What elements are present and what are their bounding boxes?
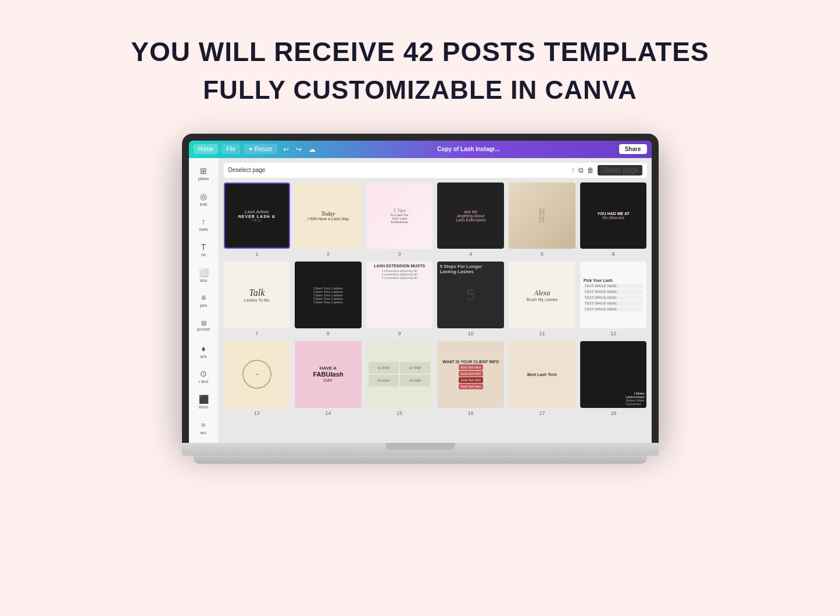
canva-content-area[interactable]: Deselect page ↑ ⧉ 🗑 Delete page	[219, 158, 652, 443]
card7-text2: Lashes To Me	[244, 298, 269, 302]
template-num-10: 10	[468, 331, 474, 336]
template-card-13[interactable]: ✦	[224, 341, 291, 408]
template-card-16[interactable]: WHAT IS YOUR CLIENT INFO Extra Text Here…	[437, 341, 504, 408]
styles-icon: ≡	[201, 293, 206, 302]
canva-home-btn[interactable]: Home	[194, 144, 219, 154]
uploads-label: oads	[199, 227, 208, 231]
template-card-6[interactable]: YOU HAD ME AT No Mascara	[580, 182, 647, 249]
template-item-12[interactable]: Pick Your Lash TEXT SPACE HERE TEXT SPAC…	[580, 262, 647, 336]
card1-text2: NEVER LASH &	[238, 214, 276, 219]
template-num-15: 15	[396, 410, 402, 416]
template-card-11[interactable]: Alexa Brush My Lashes	[509, 262, 576, 328]
template-item-1[interactable]: Lash Artists NEVER LASH & TELL 1	[224, 182, 291, 257]
charts-label: arts	[200, 354, 207, 359]
template-item-18[interactable]: I MakeLashcontact Before I MakeEyecontac…	[580, 341, 647, 416]
background-icon: ▤	[201, 320, 206, 326]
canva-interface: Home File ✦ Resize ↩ ↪ ☁ Copy of Lash In…	[189, 141, 652, 443]
deselect-label[interactable]: Deselect page	[228, 167, 266, 173]
styles-label: yles	[200, 303, 207, 307]
sidebar-icon-charts[interactable]: ♦ arts	[192, 340, 215, 362]
trash-icon[interactable]: 🗑	[587, 166, 594, 174]
card13-circle: ✦	[242, 360, 271, 389]
template-item-3[interactable]: 3 Tips To Care ForYour LashExtensions 3	[366, 182, 433, 257]
template-card-3[interactable]: 3 Tips To Care ForYour LashExtensions	[366, 182, 433, 249]
card16-btn3: Extra Text Here	[459, 377, 483, 383]
sidebar-icon-photos[interactable]: ⬜ stos	[192, 264, 215, 286]
sidebar-icon-uploads[interactable]: ↑ oads	[192, 213, 215, 235]
canva-resize-btn[interactable]: ✦ Resize	[244, 144, 277, 154]
card2-text1: Today	[321, 210, 335, 217]
text-icon: T	[201, 242, 206, 252]
sidebar-icon-styles[interactable]: ≡ yles	[192, 289, 215, 311]
card3-text2: To Care ForYour LashExtensions	[390, 213, 409, 224]
copy-icon[interactable]: ⧉	[578, 166, 584, 174]
template-card-12[interactable]: Pick Your Lash TEXT SPACE HERE TEXT SPAC…	[580, 262, 647, 328]
laptop-base	[182, 443, 659, 456]
sidebar-icon-plates[interactable]: ⊞ plates	[192, 163, 215, 185]
template-item-6[interactable]: YOU HAD ME AT No Mascara 6	[580, 182, 647, 257]
template-card-18[interactable]: I MakeLashcontact Before I MakeEyecontac…	[580, 341, 647, 408]
template-card-17[interactable]: Best Lash Tech	[509, 341, 576, 408]
canva-share-btn[interactable]: Share	[619, 144, 647, 154]
sidebar-icon-more[interactable]: ≈ acc	[192, 416, 215, 438]
template-item-4[interactable]: Ask MeAnything AboutLash Extensions 4	[437, 182, 504, 257]
template-card-1[interactable]: Lash Artists NEVER LASH & TELL	[224, 182, 291, 249]
card13-text: ✦	[256, 373, 258, 376]
card18-text2: Before I MakeEyecontact	[626, 399, 644, 406]
template-card-14[interactable]: HAVE A FABUlash DAY	[295, 341, 362, 408]
template-card-2[interactable]: Today I Will Have a Lash Nap	[295, 182, 362, 249]
platform-label: tform	[199, 405, 208, 409]
canva-main-area: ⊞ plates ◎ ents ↑ oads T	[189, 158, 652, 443]
cloud-btn[interactable]: ☁	[306, 144, 318, 155]
template-item-13[interactable]: ✦ 13	[224, 341, 291, 416]
template-item-17[interactable]: Best Lash Tech 17	[509, 341, 576, 416]
sidebar-icon-text[interactable]: T txt	[192, 239, 215, 261]
uploads-icon: ↑	[202, 217, 206, 226]
template-item-8[interactable]: Clean Your Lashes Clean Your Lashes Clea…	[295, 262, 362, 336]
template-num-9: 9	[398, 331, 401, 336]
template-item-5[interactable]: Text Here Text Here 5	[509, 182, 576, 257]
template-card-8[interactable]: Clean Your Lashes Clean Your Lashes Clea…	[295, 262, 362, 328]
template-card-4[interactable]: Ask MeAnything AboutLash Extensions	[437, 182, 504, 249]
template-item-9[interactable]: LASH EXTENSION MUSTS 1 consectetur adipi…	[366, 262, 433, 336]
template-card-9[interactable]: LASH EXTENSION MUSTS 1 consectetur adipi…	[366, 262, 433, 328]
canva-file-btn[interactable]: File	[221, 144, 240, 154]
template-item-7[interactable]: Talk Lashes To Me 7	[224, 262, 291, 336]
cell4: 04 STEP	[409, 379, 421, 382]
redo-btn[interactable]: ↪	[294, 144, 304, 155]
cell1: 01 STEP	[378, 366, 389, 370]
sidebar-icon-elements[interactable]: ◎ ents	[192, 188, 215, 210]
template-item-16[interactable]: WHAT IS YOUR CLIENT INFO Extra Text Here…	[437, 341, 504, 416]
card10-num: 5	[466, 286, 476, 305]
main-headline: YOU WILL RECEIVE 42 POSTS TEMPLATES	[131, 35, 709, 70]
card14-text3: DAY	[324, 378, 333, 383]
undo-btn[interactable]: ↩	[281, 144, 291, 155]
card5-text: Text Here	[538, 208, 542, 223]
sidebar-icon-design[interactable]: ⊙ r desi	[192, 366, 215, 388]
cell2: 02 STEP	[409, 366, 421, 370]
template-num-13: 13	[254, 410, 260, 416]
template-item-15[interactable]: 01 STEP 02 STEP 03 STEP 04 STEP 15	[366, 341, 433, 416]
card15-grid: 01 STEP 02 STEP 03 STEP 04 STEP	[369, 362, 431, 386]
template-item-10[interactable]: 5 Steps For LongerLasting Lashes 5 10	[437, 262, 504, 336]
elements-label: ents	[199, 202, 207, 206]
laptop-body: Home File ✦ Resize ↩ ↪ ☁ Copy of Lash In…	[182, 134, 659, 443]
card1-text3: TELL	[252, 219, 262, 222]
template-item-11[interactable]: Alexa Brush My Lashes 11	[509, 262, 576, 336]
sidebar-icon-background[interactable]: ▤ pround	[192, 315, 215, 337]
template-card-10[interactable]: 5 Steps For LongerLasting Lashes 5	[437, 262, 504, 328]
template-card-15[interactable]: 01 STEP 02 STEP 03 STEP 04 STEP	[366, 341, 433, 408]
template-card-5[interactable]: Text Here Text Here	[509, 182, 576, 249]
deselect-bar: Deselect page ↑ ⧉ 🗑 Delete page	[224, 163, 647, 178]
card14-text1: HAVE A	[320, 366, 337, 371]
card12-row2: TEXT SPACE HERE	[584, 289, 644, 294]
export-icon[interactable]: ↑	[571, 166, 575, 174]
template-num-4: 4	[469, 251, 472, 257]
sidebar-icon-platform[interactable]: ⬛ tform	[192, 391, 215, 413]
template-item-2[interactable]: Today I Will Have a Lash Nap 2	[295, 182, 362, 257]
template-item-14[interactable]: HAVE A FABUlash DAY 14	[295, 341, 362, 416]
plates-label: plates	[198, 177, 209, 181]
template-num-14: 14	[325, 410, 331, 416]
template-card-7[interactable]: Talk Lashes To Me	[224, 262, 291, 328]
card16-title: WHAT IS YOUR CLIENT INFO	[442, 360, 499, 364]
